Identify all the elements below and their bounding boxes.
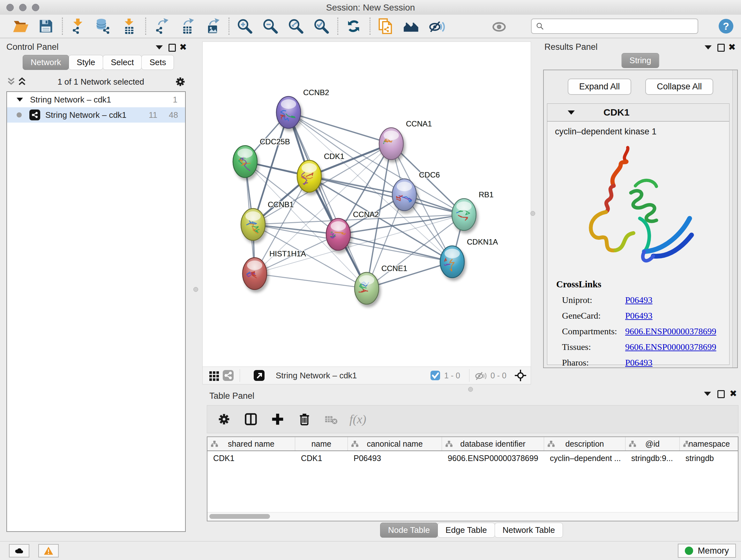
column-header-namespace[interactable]: namespace	[680, 437, 738, 450]
network-node-CCNA2	[326, 219, 350, 250]
tab-sets[interactable]: Sets	[141, 55, 174, 70]
control-panel-close-icon[interactable]: ✖	[179, 44, 188, 52]
crosslink-link[interactable]: 9606.ENSP00000378699	[625, 326, 716, 336]
table-panel-menu-icon[interactable]	[704, 390, 712, 398]
eye-icon[interactable]	[490, 17, 509, 36]
tab-network[interactable]: Network	[23, 55, 69, 70]
refresh-icon[interactable]	[345, 17, 363, 36]
zoom-in-icon[interactable]	[236, 17, 254, 36]
open-in-window-icon[interactable]	[252, 368, 266, 382]
table-panel-close-icon[interactable]: ✖	[730, 390, 738, 398]
save-session-icon[interactable]	[37, 17, 56, 36]
open-session-icon[interactable]	[11, 17, 30, 36]
tab-network-table[interactable]: Network Table	[495, 523, 563, 538]
string-results-box: Expand All Collapse All CDK1 cyclin–depe…	[543, 70, 738, 368]
memory-button[interactable]: Memory	[678, 544, 736, 558]
network-view: CCNB2CCNB2CCNA1CCNA1CDC25BCDC25BCDK1CDK1…	[202, 42, 531, 384]
right-splitter-handle[interactable]	[530, 211, 535, 216]
control-panel-float-icon[interactable]	[169, 44, 177, 52]
crosslink-label: Uniprot:	[562, 295, 625, 305]
zoom-fit-icon[interactable]	[287, 17, 306, 36]
node-label-CCNB2: CCNB2	[303, 88, 329, 97]
section-collapse-icon[interactable]	[568, 111, 575, 115]
bottom-splitter-handle[interactable]	[468, 387, 473, 392]
tab-style[interactable]: Style	[69, 55, 103, 70]
protein-name: CDK1	[603, 107, 630, 118]
column-header-database-identifier[interactable]: database identifier	[442, 437, 544, 450]
gear-icon[interactable]	[174, 76, 186, 88]
tab-edge-table[interactable]: Edge Table	[437, 523, 495, 538]
column-label: name	[312, 439, 332, 449]
column-header-canonical-name[interactable]: canonical name	[348, 437, 442, 450]
warnings-button[interactable]	[38, 544, 59, 557]
network-selection-summary: 1 of 1 Network selected	[27, 77, 174, 87]
collapse-all-icon[interactable]	[6, 77, 17, 86]
birds-eye-view-icon[interactable]	[207, 368, 221, 382]
table-row[interactable]: CDK1CDK1P064939606.ENSP00000378699cyclin…	[207, 451, 738, 465]
add-column-icon[interactable]	[269, 410, 287, 428]
crosslink-row: GeneCard:P06493	[556, 311, 729, 321]
table-settings-gear-icon[interactable]	[215, 410, 233, 428]
tab-select[interactable]: Select	[103, 55, 142, 70]
import-table-icon[interactable]	[120, 17, 139, 36]
crosslink-link[interactable]: P06493	[625, 358, 653, 368]
hidden-count: 0 - 0	[490, 371, 507, 380]
string-glass-icon[interactable]	[428, 17, 447, 36]
help-button[interactable]: ?	[719, 19, 733, 34]
column-header-shared-name[interactable]: shared name	[207, 437, 295, 450]
crosslink-link[interactable]: 9606.ENSP00000378699	[625, 342, 716, 352]
network-canvas[interactable]: CCNB2CCNB2CCNA1CCNA1CDC25BCDC25BCDK1CDK1…	[203, 42, 531, 367]
results-panel-menu-icon[interactable]	[704, 44, 713, 52]
table-scrollbar-thumb[interactable]	[209, 514, 270, 519]
import-network-icon[interactable]	[69, 17, 88, 36]
export-network-icon[interactable]	[152, 17, 171, 36]
zoom-selected-icon[interactable]	[313, 17, 331, 36]
results-scrollbar[interactable]	[732, 70, 737, 368]
column-header-id[interactable]: @id	[625, 437, 680, 450]
network-selection-row: 1 of 1 Network selected	[6, 75, 186, 89]
left-splitter-handle[interactable]	[193, 287, 198, 292]
network-share-icon[interactable]	[221, 368, 235, 382]
search-box[interactable]	[531, 18, 698, 34]
expand-all-icon[interactable]	[17, 77, 27, 86]
table-panel-float-icon[interactable]	[718, 390, 726, 398]
network-node-CCNE1	[354, 272, 379, 304]
crosslink-link[interactable]: P06493	[625, 311, 653, 321]
clone-network-icon[interactable]	[377, 17, 395, 36]
table-cell: CDK1	[207, 454, 295, 463]
selected-checkbox-icon[interactable]	[430, 370, 441, 381]
tab-node-table[interactable]: Node Table	[380, 523, 438, 538]
string-home-icon[interactable]	[402, 17, 421, 36]
column-header-name[interactable]: name	[295, 437, 348, 450]
protein-section-header[interactable]: CDK1	[547, 104, 729, 122]
import-database-icon[interactable]	[95, 17, 113, 36]
network-tree-child-row[interactable]: String Network – cdk1 11 48	[7, 107, 185, 123]
column-header-description[interactable]: description	[544, 437, 625, 450]
table-toolbar: f(x)	[207, 405, 738, 433]
network-node-CCNA1	[373, 128, 403, 160]
network-node-HIST1H1A	[239, 258, 267, 290]
search-input[interactable]	[548, 21, 694, 31]
tree-expand-icon[interactable]	[17, 98, 23, 102]
network-status-dot-icon	[17, 112, 22, 118]
zoom-out-icon[interactable]	[261, 17, 280, 36]
show-columns-icon[interactable]	[242, 410, 260, 428]
fit-selected-crosshair-icon[interactable]	[514, 368, 528, 382]
collapse-all-button[interactable]: Collapse All	[645, 78, 713, 95]
table-panel: Table Panel ✖	[202, 389, 741, 542]
control-panel: Control Panel ✖ NetworkStyleSelectSets 1…	[3, 42, 190, 533]
results-panel-float-icon[interactable]	[718, 44, 726, 52]
toolbar-separator	[228, 17, 229, 35]
tab-string[interactable]: String	[622, 53, 659, 68]
network-tree-root-row[interactable]: String Network – cdk1 1	[7, 92, 185, 107]
export-table-icon[interactable]	[178, 17, 197, 36]
expand-all-button[interactable]: Expand All	[568, 78, 631, 95]
crosslink-link[interactable]: P06493	[625, 295, 653, 305]
results-panel-close-icon[interactable]: ✖	[728, 44, 737, 52]
delete-column-icon[interactable]	[296, 410, 314, 428]
export-image-icon[interactable]	[204, 17, 222, 36]
control-panel-menu-icon[interactable]	[156, 44, 164, 52]
network-node-RB1	[446, 199, 476, 231]
node-label-CDK1: CDK1	[324, 152, 344, 161]
cloud-button[interactable]	[9, 544, 29, 557]
